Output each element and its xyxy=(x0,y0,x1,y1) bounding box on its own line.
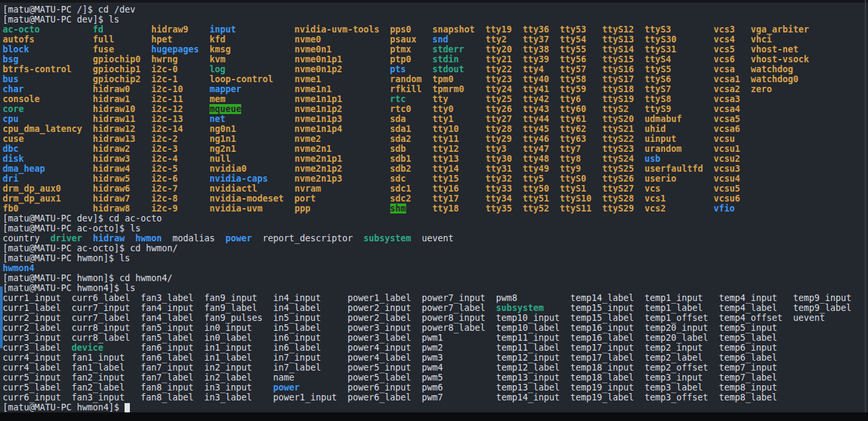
file-entry: tty58 xyxy=(560,74,586,84)
file-entry: power8_input xyxy=(422,313,486,323)
file-entry: ttyS27 xyxy=(602,184,634,194)
file-entry: vhost-net xyxy=(751,44,798,54)
file-entry: nvme2n1p3 xyxy=(294,174,342,184)
file-entry: mem xyxy=(209,94,225,104)
listing-row: curr2_label curr8_input fan5_input in0_i… xyxy=(3,323,851,333)
file-entry: temp7_label xyxy=(719,373,777,383)
file-entry: nvidia-caps xyxy=(209,174,268,184)
file-entry: driver xyxy=(50,233,82,243)
file-entry: random xyxy=(390,74,421,84)
file-entry: power1_label xyxy=(347,293,411,303)
file-entry: kvm xyxy=(209,54,225,64)
terminal-window[interactable]: [matu@MATU-PC /]$ cd /dev[matu@MATU-PC d… xyxy=(0,0,868,421)
file-entry: vcsu2 xyxy=(714,154,740,164)
file-entry: i2c-11 xyxy=(151,94,183,104)
file-entry: ttyS18 xyxy=(602,84,634,94)
file-entry: i2c-3 xyxy=(151,144,178,154)
file-entry: tty55 xyxy=(560,44,586,54)
file-entry: tty24 xyxy=(486,84,512,94)
file-entry: device xyxy=(72,343,103,353)
file-entry: in3_label xyxy=(204,392,252,402)
file-entry: nvidia-uvm xyxy=(209,204,262,213)
file-entry: nvme1 xyxy=(294,74,321,84)
file-entry: temp8_input xyxy=(719,383,777,392)
file-entry: udmabuf xyxy=(645,114,682,124)
file-entry: ttyS5 xyxy=(645,64,671,74)
file-entry: ttyS3 xyxy=(645,25,671,34)
file-entry: temp14_label xyxy=(570,293,634,303)
file-entry: temp9_input xyxy=(793,293,851,303)
file-entry: console xyxy=(3,94,40,104)
file-entry: power7_input xyxy=(422,293,486,303)
file-entry: temp2_input xyxy=(645,343,703,353)
file-entry: ttyS16 xyxy=(602,64,634,74)
listing-row: curr2_input curr7_label fan4_label fan9_… xyxy=(3,313,851,323)
file-entry: pwm3 xyxy=(422,353,443,363)
file-entry: dri xyxy=(3,174,19,184)
file-entry: i2c-8 xyxy=(151,194,178,204)
file-entry: ttyS19 xyxy=(602,94,634,104)
file-entry: curr1_input xyxy=(3,293,61,303)
file-entry: power4_input xyxy=(347,343,411,353)
terminal-line: [matu@MATU-PC /]$ cd /dev xyxy=(3,5,851,15)
file-entry: i2c-0 xyxy=(151,64,178,74)
file-entry: i2c-7 xyxy=(151,184,178,194)
scrollbar-thumb[interactable] xyxy=(0,286,3,348)
file-entry: hidraw0 xyxy=(93,84,130,94)
file-entry: snd xyxy=(433,34,449,44)
file-entry: curr8_label xyxy=(72,333,130,343)
file-entry: power5_input xyxy=(347,363,411,373)
file-entry: ptp0 xyxy=(390,54,411,64)
file-entry: gpiochip1 xyxy=(93,64,140,74)
file-entry: curr7_input xyxy=(72,303,130,313)
file-entry: fan1_label xyxy=(72,363,125,373)
file-entry: ttyS30 xyxy=(645,34,677,44)
file-entry: fan4_input xyxy=(140,303,193,313)
file-entry: hidraw5 xyxy=(93,174,130,184)
file-entry: watchdog0 xyxy=(751,74,798,84)
file-entry: btrfs-control xyxy=(3,64,72,74)
file-entry: hidraw13 xyxy=(93,134,135,144)
file-entry: nvme1n1 xyxy=(294,84,331,94)
listing-row: drm_dp_aux1 hidraw7 i2c-8 nvidia-modeset… xyxy=(3,194,851,204)
file-entry: curr7_label xyxy=(72,313,130,323)
file-entry: pts xyxy=(390,64,406,74)
file-entry: snapshot xyxy=(433,25,475,34)
file-entry: ttyS13 xyxy=(602,34,634,44)
file-entry: tty33 xyxy=(486,184,512,194)
file-entry: power1_input xyxy=(273,392,337,402)
file-entry: uevent xyxy=(793,313,825,323)
file-entry: tty16 xyxy=(433,184,459,194)
file-entry: tty18 xyxy=(433,204,459,213)
file-entry: ttyS11 xyxy=(560,204,592,213)
file-entry: pwm8 xyxy=(496,293,517,303)
file-entry: ttyS22 xyxy=(602,134,634,144)
file-entry: tty32 xyxy=(486,174,512,184)
file-entry: curr4_label xyxy=(3,363,61,373)
file-entry: temp5_input xyxy=(719,323,777,333)
listing-row: bsg gpiochip0 hwrng kvm nvme0n1p1 ptp0 s… xyxy=(3,54,851,64)
file-entry: subsystem xyxy=(496,303,544,313)
file-entry: temp4_label xyxy=(719,303,777,313)
file-entry: tty10 xyxy=(433,124,459,134)
file-entry: tty29 xyxy=(486,134,512,144)
file-entry: country xyxy=(3,233,40,243)
file-entry: vcs1 xyxy=(645,194,666,204)
file-entry: ttyS20 xyxy=(602,114,634,124)
file-entry: loop-control xyxy=(209,74,273,84)
file-entry: temp1_label xyxy=(645,303,703,313)
file-entry: full xyxy=(93,34,114,44)
file-entry: tty51 xyxy=(523,194,549,204)
file-entry: pwm6 xyxy=(422,383,443,392)
typed-command: ls xyxy=(130,223,140,233)
file-entry: tty35 xyxy=(486,204,512,213)
shell-prompt: [matu@MATU-PC ac-octo]$ xyxy=(3,243,130,253)
shell-prompt: [matu@MATU-PC hwmon4]$ xyxy=(3,283,125,293)
terminal-screen[interactable]: [matu@MATU-PC /]$ cd /dev[matu@MATU-PC d… xyxy=(0,0,851,412)
file-entry: vcsa5 xyxy=(714,114,740,124)
file-entry: vcsa4 xyxy=(714,104,740,114)
file-entry: usb xyxy=(645,154,661,164)
file-entry: tty11 xyxy=(433,134,459,144)
file-entry: tty54 xyxy=(560,34,586,44)
file-entry: gpiochip0 xyxy=(93,54,140,64)
